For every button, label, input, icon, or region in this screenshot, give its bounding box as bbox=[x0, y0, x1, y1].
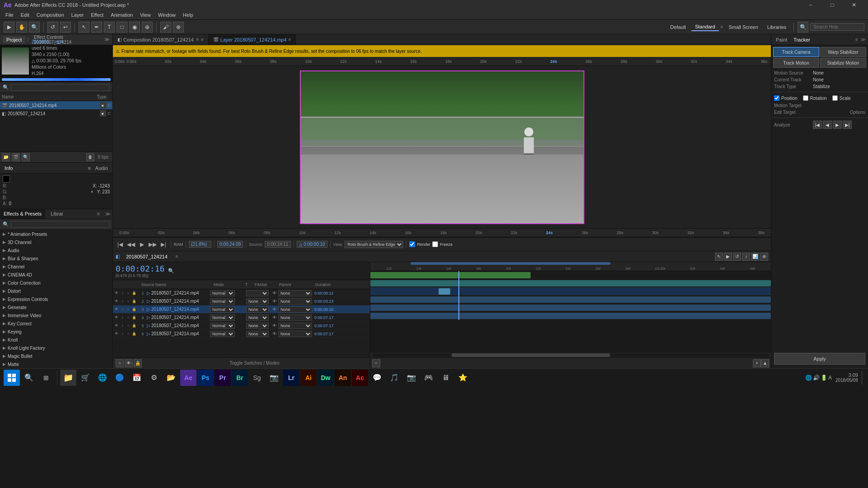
ae-btn[interactable]: Ae bbox=[180, 370, 196, 386]
tab-composition-close[interactable]: ✕ bbox=[196, 37, 199, 42]
layer-4-parent-select[interactable]: None bbox=[278, 314, 312, 321]
menu-view[interactable]: View bbox=[136, 11, 154, 19]
effect-distort[interactable]: ▶ Distort bbox=[0, 287, 112, 295]
tl-chart-btn[interactable]: 📊 bbox=[751, 253, 759, 261]
window-controls[interactable]: − □ ✕ bbox=[800, 0, 864, 10]
workspace-standard-menu[interactable]: ≡ bbox=[721, 24, 723, 29]
apply-button[interactable]: Apply bbox=[774, 353, 865, 365]
tab-paint[interactable]: Paint bbox=[774, 36, 789, 43]
edge-btn[interactable]: 🌐 bbox=[94, 370, 111, 386]
effect-matte[interactable]: ▶ Matte bbox=[0, 360, 112, 368]
layer-5-audio[interactable]: ♪ bbox=[120, 323, 125, 328]
layer-5-parent[interactable]: None bbox=[278, 323, 314, 329]
track-bar-6[interactable] bbox=[370, 313, 771, 319]
scale-checkbox[interactable] bbox=[832, 95, 838, 101]
layer-4-lock[interactable]: 🔒 bbox=[131, 315, 137, 320]
layer-1-mode[interactable]: Normal bbox=[210, 290, 237, 296]
play-btn[interactable]: ▶ bbox=[137, 240, 146, 249]
layer-6-mode[interactable]: Normal bbox=[210, 331, 237, 337]
battery-icon[interactable]: 🔋 bbox=[821, 375, 827, 381]
layer-5-eye2[interactable]: 👁 bbox=[271, 323, 278, 328]
premiere-btn[interactable]: Pr bbox=[215, 370, 231, 386]
track-motion-btn[interactable]: Track Motion bbox=[773, 58, 819, 68]
edit-target-value[interactable]: Options bbox=[850, 110, 865, 115]
timeline-time[interactable]: 0:00:02:16 bbox=[116, 264, 164, 273]
layer-5-trkmat-select[interactable]: None bbox=[246, 323, 269, 329]
effect-knoll-light[interactable]: ▶ Knoll Light Factory bbox=[0, 344, 112, 352]
tl-menu-icon[interactable]: ≡ bbox=[176, 254, 178, 259]
layer-1-trkmat[interactable] bbox=[246, 290, 271, 296]
warp-stabilizer-btn[interactable]: Warp Stabilizer bbox=[820, 47, 866, 57]
effect-cinema4d[interactable]: ▶ CINEMA 4D bbox=[0, 271, 112, 279]
scrollbar-thumb[interactable] bbox=[452, 353, 611, 357]
toggle-switches-label[interactable]: Toggle Switches / Modes bbox=[142, 361, 367, 366]
minimize-button[interactable]: − bbox=[800, 0, 821, 10]
new-folder-btn[interactable]: 📁 bbox=[2, 153, 10, 161]
freeze-checkbox[interactable] bbox=[432, 241, 438, 247]
layer-6-lock[interactable]: 🔒 bbox=[131, 331, 137, 337]
layer-4-mode[interactable]: Normal bbox=[210, 314, 237, 321]
network-icon[interactable]: 🌐 bbox=[805, 375, 812, 381]
last-frame-btn[interactable]: ▶| bbox=[159, 240, 168, 249]
paint-tool[interactable]: 🖌 bbox=[160, 22, 171, 33]
view-mode-select[interactable]: Roto Brush & Refine Edge bbox=[345, 241, 403, 248]
layer-2-eye[interactable]: 👁 bbox=[114, 299, 119, 304]
undo-tool[interactable]: ↩ bbox=[60, 22, 71, 33]
workspace-default[interactable]: Default bbox=[667, 23, 690, 31]
workspace-standard[interactable]: Standard bbox=[691, 23, 719, 31]
misc-btn-6[interactable]: ⭐ bbox=[455, 370, 471, 386]
ram-preview-btn[interactable]: RAM bbox=[174, 240, 183, 249]
layer-2-audio[interactable]: ♪ bbox=[120, 299, 125, 304]
stabilize-motion-btn[interactable]: Stabilize Motion bbox=[820, 58, 866, 68]
store-btn[interactable]: 🛒 bbox=[77, 370, 93, 386]
render-checkbox[interactable] bbox=[409, 241, 415, 247]
layer-row-4[interactable]: 👁 ♪ ○ 🔒 4 ▷ 20180507_124214.mp4 Normal bbox=[113, 314, 370, 322]
menu-edit[interactable]: Edit bbox=[17, 11, 33, 19]
hand-tool[interactable]: ✋ bbox=[16, 22, 27, 33]
project-item-0[interactable]: 🎬 20180507_124214.mp4 ■ C bbox=[0, 101, 112, 109]
tab-tracker[interactable]: Tracker bbox=[792, 36, 812, 43]
layer-4-solo[interactable]: ○ bbox=[126, 315, 131, 320]
effect-blur-sharpen[interactable]: ▶ Blur & Sharpen bbox=[0, 254, 112, 263]
tl-play-btn[interactable]: ▶ bbox=[724, 253, 732, 261]
layer-1-solo[interactable]: ○ bbox=[126, 291, 131, 296]
analyze-back-back-btn[interactable]: |◀ bbox=[813, 121, 822, 129]
new-comp-btn[interactable]: 🎬 bbox=[12, 153, 20, 161]
layer-5-eye[interactable]: 👁 bbox=[114, 323, 119, 328]
layer-4-trkmat[interactable]: None bbox=[246, 314, 271, 321]
layer-2-trkmat[interactable]: None bbox=[246, 298, 271, 305]
play-tool[interactable]: ▶ bbox=[4, 22, 14, 33]
effects-panel-menu[interactable]: ≡ bbox=[93, 209, 103, 219]
tab-composition[interactable]: ◧ Composition 20180507_124214 ✕ ≡ bbox=[113, 34, 209, 45]
settings-btn[interactable]: ⚙ bbox=[146, 370, 162, 386]
tl-tab-comp[interactable]: 20180507_124214 bbox=[123, 253, 170, 260]
layer-5-parent-select[interactable]: None bbox=[278, 323, 312, 329]
layer-4-audio[interactable]: ♪ bbox=[120, 315, 125, 320]
layer-6-trkmat-select[interactable]: None bbox=[246, 331, 269, 337]
layer-row-6[interactable]: 👁 ♪ ○ 🔒 6 ▷ 20180507_124214.mp4 Normal bbox=[113, 330, 370, 338]
ps-btn[interactable]: Ps bbox=[197, 370, 214, 386]
menu-file[interactable]: File bbox=[2, 11, 17, 19]
effect-key-correct[interactable]: ▶ Key Correct bbox=[0, 319, 112, 328]
file-explorer-btn[interactable]: 📁 bbox=[60, 370, 76, 386]
effect-immersive-video[interactable]: ▶ Immersive Video bbox=[0, 311, 112, 319]
dreamweaver-btn[interactable]: Dw bbox=[317, 370, 334, 386]
layer-row-2[interactable]: 👁 ♪ ○ 🔒 2 ▷ 20180507_124214.mp4 Normal bbox=[113, 297, 370, 305]
analyze-back-btn[interactable]: ◀ bbox=[823, 121, 832, 129]
layer-3-parent[interactable]: None bbox=[278, 306, 314, 313]
tab-project[interactable]: Project bbox=[3, 36, 25, 43]
start-button[interactable] bbox=[4, 370, 20, 386]
layer-3-lock[interactable]: 🔒 bbox=[131, 307, 137, 312]
layer-6-eye[interactable]: 👁 bbox=[114, 331, 119, 337]
effects-presets-tab[interactable]: Effects & Presets bbox=[0, 209, 45, 219]
tl-search-icon[interactable]: 🔍 bbox=[168, 268, 174, 274]
viewer-canvas[interactable] bbox=[113, 66, 771, 228]
delete-btn[interactable]: 🗑 bbox=[86, 153, 94, 161]
task-view-btn[interactable]: ⊞ bbox=[38, 370, 54, 386]
layer-6-eye2[interactable]: 👁 bbox=[271, 331, 278, 336]
timeline-scrollbar[interactable] bbox=[370, 352, 771, 357]
effect-keying[interactable]: ▶ Keying bbox=[0, 328, 112, 336]
rotation-checkbox[interactable] bbox=[803, 95, 808, 101]
project-search-input[interactable] bbox=[11, 84, 110, 91]
shape-tool[interactable]: □ bbox=[117, 22, 127, 33]
